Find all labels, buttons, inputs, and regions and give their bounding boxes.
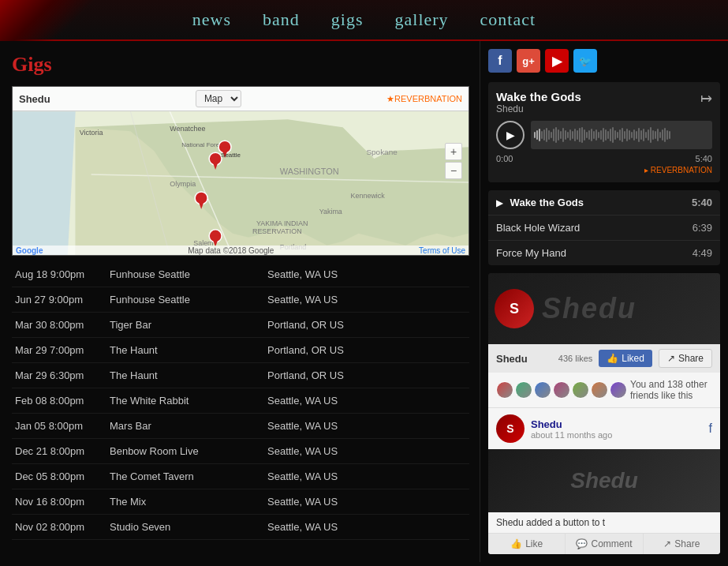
fb-share-button[interactable]: ↗ Share <box>659 349 712 368</box>
svg-text:Spokane: Spokane <box>366 148 398 156</box>
gig-row[interactable]: Mar 29 7:00pm The Haunt Portland, OR US <box>12 338 469 363</box>
track-item[interactable]: Black Hole Wizard 6:39 <box>488 216 720 241</box>
nav-gallery[interactable]: gallery <box>395 9 449 30</box>
friend-avatar <box>591 381 608 399</box>
waveform-bar <box>539 129 540 141</box>
play-button[interactable]: ▶ <box>496 121 525 149</box>
gig-date: Jun 27 9:00pm <box>15 294 110 305</box>
fb-like-button[interactable]: 👍 Liked <box>599 350 652 367</box>
track-item[interactable]: ▶ Wake the Gods 5:40 <box>488 190 720 216</box>
svg-text:Seattle: Seattle <box>221 152 241 159</box>
svg-text:Yakima: Yakima <box>319 208 342 216</box>
gig-venue: Studio Seven <box>110 521 267 533</box>
waveform-bar <box>643 129 644 141</box>
player-header: Wake the Gods Shedu ↦ <box>496 90 712 114</box>
fb-post-image: Shedu <box>488 449 720 512</box>
gig-location: Seattle, WA US <box>267 470 338 482</box>
gigs-table: Aug 18 9:00pm Funhouse Seattle Seattle, … <box>12 262 469 540</box>
waveform-bar <box>666 130 668 140</box>
svg-text:Victoria: Victoria <box>80 129 103 137</box>
friend-avatar <box>610 381 627 399</box>
gig-row[interactable]: Jun 27 9:00pm Funhouse Seattle Seattle, … <box>12 287 469 313</box>
waveform-bar <box>574 129 576 141</box>
track-item[interactable]: Force My Hand 4:49 <box>488 241 720 265</box>
map-zoom-out[interactable]: − <box>445 162 462 179</box>
track-duration: 4:49 <box>693 247 712 259</box>
gig-row[interactable]: Jan 05 8:00pm Mars Bar Seattle, WA US <box>12 414 469 439</box>
gig-row[interactable]: Nov 16 8:00pm The Mix Seattle, WA US <box>12 489 469 515</box>
fb-post-caption: Shedu added a button to t <box>488 512 720 533</box>
gig-date: Dec 05 8:00pm <box>15 470 110 482</box>
waveform-bar <box>588 130 590 140</box>
nav-gigs[interactable]: gigs <box>331 9 364 30</box>
gig-row[interactable]: Dec 05 8:00pm The Comet Tavern Seattle, … <box>12 464 469 489</box>
track-name: ▶ Wake the Gods <box>496 197 584 208</box>
gig-location: Seattle, WA US <box>267 294 338 305</box>
map-footer: Google Map data ©2018 Google Terms of Us… <box>13 246 469 256</box>
gig-row[interactable]: Aug 18 9:00pm Funhouse Seattle Seattle, … <box>12 262 469 287</box>
fb-post-header: S Shedu about 11 months ago f <box>488 408 720 449</box>
facebook-icon[interactable]: f <box>488 49 512 73</box>
waveform-bar <box>664 128 666 142</box>
nav-contact[interactable]: contact <box>480 9 536 30</box>
facebook-widget: S Shedu Shedu 436 likes 👍 Liked ↗ Share … <box>488 273 720 554</box>
gig-row[interactable]: Mar 29 6:30pm The Haunt Portland, OR US <box>12 363 469 388</box>
nav-news[interactable]: news <box>192 9 231 30</box>
waveform-bar <box>605 129 607 141</box>
fb-comment-action[interactable]: 💬 Comment <box>566 534 643 554</box>
friend-avatar <box>553 381 570 399</box>
gig-date: Nov 02 8:00pm <box>15 521 110 533</box>
player-info: Wake the Gods Shedu <box>496 90 581 114</box>
waveform-bar <box>655 131 656 139</box>
post-image-logo: Shedu <box>570 468 638 493</box>
fb-banner-logo: Shedu <box>542 292 637 325</box>
svg-text:WASHINGTON: WASHINGTON <box>280 167 339 176</box>
waveform-bar <box>662 129 663 141</box>
gig-venue: Benbow Room Live <box>110 445 267 457</box>
like-action-icon: 👍 <box>510 538 522 549</box>
svg-text:RESERVATION: RESERVATION <box>252 227 302 235</box>
waveform[interactable] <box>531 121 712 149</box>
main-content: Gigs Shedu Map ★REVERBNATION <box>0 41 728 562</box>
waveform-bar <box>624 131 625 139</box>
google-plus-icon[interactable]: g+ <box>517 49 540 73</box>
waveform-bar <box>617 132 618 138</box>
map-type-selector[interactable]: Map <box>196 90 241 107</box>
player-reverbnation-label: ▸ REVERBNATION <box>496 166 712 174</box>
map-zoom-in[interactable]: + <box>445 143 462 160</box>
fb-post-info: Shedu about 11 months ago <box>531 418 703 440</box>
svg-text:Kennewick: Kennewick <box>351 192 386 200</box>
fb-post-section: S Shedu about 11 months ago f Shedu Shed… <box>488 407 720 554</box>
gig-venue: The Haunt <box>110 344 267 356</box>
gig-location: Seattle, WA US <box>267 521 338 533</box>
fb-share-action[interactable]: ↗ Share <box>644 534 720 554</box>
waveform-bar <box>638 128 640 142</box>
player-artist: Shedu <box>496 103 581 114</box>
player-share-button[interactable]: ↦ <box>700 90 712 107</box>
waveform-bar <box>622 128 623 142</box>
map-terms[interactable]: Terms of Use <box>419 246 465 255</box>
gig-row[interactable]: Mar 30 8:00pm Tiger Bar Portland, OR US <box>12 313 469 338</box>
map-body: Victoria Wenatchee National Forest Spoka… <box>13 111 469 256</box>
track-name: Force My Hand <box>496 247 566 259</box>
gig-date: Dec 21 8:00pm <box>15 445 110 457</box>
nav-band[interactable]: band <box>263 9 300 30</box>
fb-like-action[interactable]: 👍 Like <box>488 534 566 554</box>
waveform-bar <box>546 128 547 142</box>
gig-location: Seattle, WA US <box>267 395 338 407</box>
gig-row[interactable]: Dec 21 8:00pm Benbow Room Live Seattle, … <box>12 439 469 464</box>
friend-avatar <box>515 381 532 399</box>
waveform-bar <box>610 129 611 141</box>
google-logo: Google <box>16 246 43 255</box>
share-action-label: Share <box>674 538 700 549</box>
gig-row[interactable]: Feb 08 8:00pm The White Rabbit Seattle, … <box>12 388 469 414</box>
youtube-icon[interactable]: ▶ <box>545 49 569 73</box>
gig-venue: Mars Bar <box>110 420 267 432</box>
gig-row[interactable]: Nov 02 8:00pm Studio Seven Seattle, WA U… <box>12 515 469 540</box>
waveform-bar <box>572 131 573 139</box>
gig-location: Seattle, WA US <box>267 496 338 508</box>
gig-venue: The Haunt <box>110 369 267 381</box>
twitter-icon[interactable]: 🐦 <box>573 49 597 73</box>
waveform-bar <box>581 127 583 143</box>
waveform-bar <box>603 128 604 142</box>
